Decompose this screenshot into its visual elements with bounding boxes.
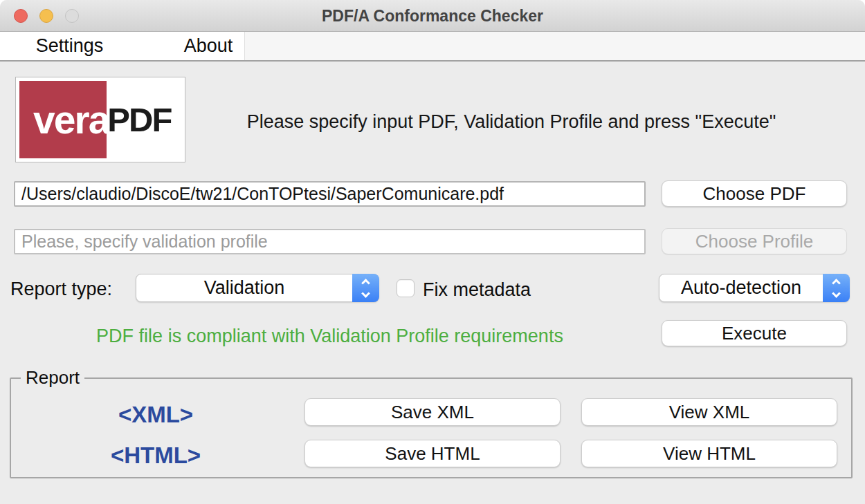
flavour-select[interactable]: Auto-detection <box>659 274 850 302</box>
status-message: PDF file is compliant with Validation Pr… <box>14 326 646 346</box>
save-html-button[interactable]: Save HTML <box>304 440 561 467</box>
stepper-icon <box>823 274 850 302</box>
chevron-down-icon <box>832 289 841 298</box>
report-group-label: Report <box>21 367 84 388</box>
report-type-select[interactable]: Validation <box>136 274 379 302</box>
html-report-link[interactable]: <HTML> <box>42 444 270 467</box>
instruction-text: Please specify input PDF, Validation Pro… <box>185 111 837 133</box>
chevron-up-icon <box>361 279 370 288</box>
fix-metadata-label: Fix metadata <box>423 279 531 301</box>
execute-button[interactable]: Execute <box>662 320 847 346</box>
view-xml-button[interactable]: View XML <box>581 398 837 426</box>
report-type-label: Report type: <box>10 279 112 300</box>
app-window: PDF/A Conformance Checker Settings About… <box>0 0 865 504</box>
logo-vera-text: vera <box>33 100 107 140</box>
pdf-path-input[interactable] <box>14 181 646 207</box>
validation-profile-input[interactable] <box>14 229 646 254</box>
stepper-icon <box>352 274 379 302</box>
logo-white-panel: PDF <box>107 81 181 158</box>
view-html-button[interactable]: View HTML <box>581 440 837 467</box>
logo-pdf-text: PDF <box>107 103 171 137</box>
chevron-down-icon <box>361 289 370 298</box>
menu-about[interactable]: About <box>171 32 246 60</box>
choose-profile-button: Choose Profile <box>662 228 847 254</box>
chevron-up-icon <box>832 279 841 288</box>
choose-pdf-button[interactable]: Choose PDF <box>662 180 847 207</box>
fix-metadata-checkbox[interactable] <box>397 279 415 297</box>
xml-report-link[interactable]: <XML> <box>42 403 270 427</box>
flavour-selected-value: Auto-detection <box>659 274 823 301</box>
verapdf-logo-inner: vera PDF <box>19 81 181 158</box>
verapdf-logo: vera PDF <box>15 77 185 162</box>
report-type-selected-value: Validation <box>136 274 352 301</box>
window-title: PDF/A Conformance Checker <box>0 0 865 32</box>
menu-bar-spacer <box>244 32 865 60</box>
menu-bar: Settings About <box>0 32 865 62</box>
menu-settings[interactable]: Settings <box>23 32 116 60</box>
logo-red-panel: vera <box>19 81 107 158</box>
save-xml-button[interactable]: Save XML <box>304 398 561 426</box>
title-bar: PDF/A Conformance Checker <box>0 0 865 32</box>
